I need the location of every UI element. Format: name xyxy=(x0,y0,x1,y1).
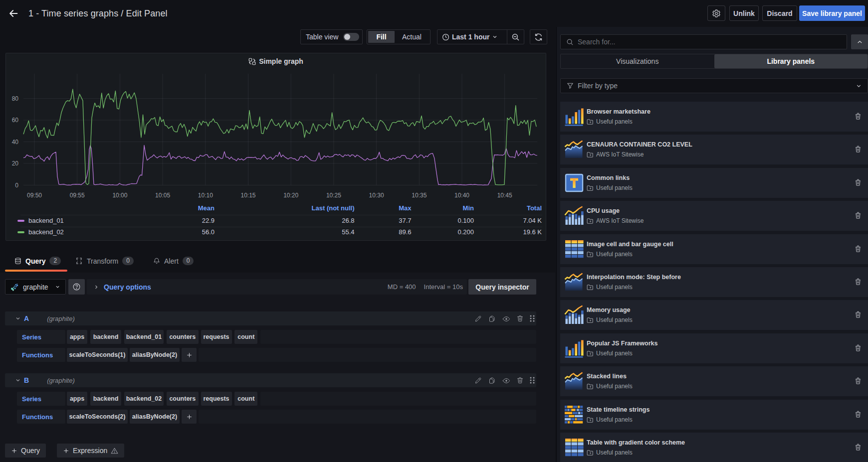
svg-text:10:45: 10:45 xyxy=(497,192,512,199)
svg-text:40: 40 xyxy=(12,139,19,146)
svg-text:80: 80 xyxy=(12,95,19,102)
svg-text:10:40: 10:40 xyxy=(454,192,469,199)
svg-text:10:00: 10:00 xyxy=(112,192,127,199)
svg-text:0: 0 xyxy=(15,182,18,189)
svg-text:10:05: 10:05 xyxy=(155,192,170,199)
svg-text:09:50: 09:50 xyxy=(27,192,42,199)
svg-text:10:20: 10:20 xyxy=(283,192,298,199)
svg-text:10:25: 10:25 xyxy=(326,192,341,199)
svg-text:20: 20 xyxy=(12,160,19,167)
svg-text:10:15: 10:15 xyxy=(240,192,255,199)
svg-text:10:30: 10:30 xyxy=(369,192,384,199)
svg-text:10:10: 10:10 xyxy=(198,192,213,199)
svg-text:09:55: 09:55 xyxy=(70,192,85,199)
svg-text:10:35: 10:35 xyxy=(412,192,427,199)
svg-text:60: 60 xyxy=(12,117,19,124)
